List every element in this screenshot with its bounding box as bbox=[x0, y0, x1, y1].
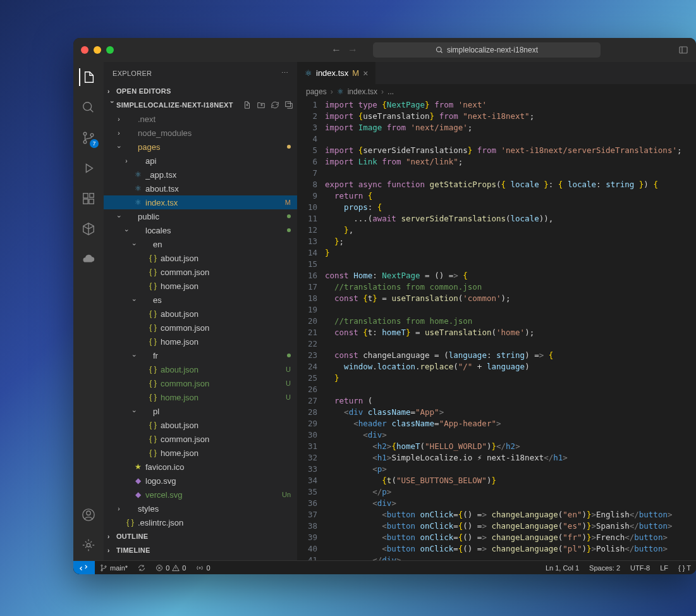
svg-point-11 bbox=[87, 511, 90, 515]
code-content[interactable]: import type {NextPage} from 'next'import… bbox=[325, 99, 696, 560]
file-item[interactable]: { }about.json bbox=[104, 307, 297, 321]
file-item[interactable]: ◆vercel.svgUn bbox=[104, 488, 297, 502]
sidebar-header: EXPLORER ⋯ bbox=[104, 62, 297, 84]
command-center-search[interactable]: simplelocalize-next-i18next bbox=[373, 42, 601, 58]
folder-item[interactable]: ›fr bbox=[104, 348, 297, 362]
scm-dot bbox=[287, 354, 291, 357]
collapse-button[interactable] bbox=[284, 101, 293, 109]
maximize-window-button[interactable] bbox=[106, 46, 114, 54]
folder-item[interactable]: ›styles bbox=[104, 502, 297, 515]
folder-item[interactable]: ›.next bbox=[104, 112, 297, 126]
breadcrumb-item[interactable]: index.tsx bbox=[348, 87, 377, 96]
open-editors-section[interactable]: › OPEN EDITORS bbox=[104, 84, 297, 98]
file-item[interactable]: ⚛_app.tsx bbox=[104, 168, 297, 182]
folder-item[interactable]: ›locales bbox=[104, 223, 297, 237]
file-item[interactable]: { }about.jsonU bbox=[104, 362, 297, 376]
file-item[interactable]: { }home.json bbox=[104, 335, 297, 348]
chevron-down-icon: › bbox=[116, 143, 123, 151]
new-file-button[interactable] bbox=[243, 101, 252, 109]
file-item[interactable]: ⚛about.tsx bbox=[104, 182, 297, 195]
folder-item[interactable]: ›public bbox=[104, 209, 297, 223]
outline-section[interactable]: › OUTLINE bbox=[104, 529, 297, 543]
remote-button[interactable] bbox=[73, 561, 95, 575]
item-label: vercel.svg bbox=[145, 490, 279, 500]
file-item[interactable]: { }about.json bbox=[104, 251, 297, 265]
layout-controls[interactable] bbox=[678, 45, 688, 55]
activity-scm[interactable]: 7 bbox=[80, 129, 97, 147]
file-item[interactable]: { }home.jsonU bbox=[104, 390, 297, 404]
file-item[interactable]: { }common.jsonU bbox=[104, 376, 297, 390]
port-button[interactable]: 0 bbox=[191, 564, 215, 572]
breadcrumb-item[interactable]: ... bbox=[388, 87, 394, 96]
chevron-down-icon: › bbox=[116, 213, 123, 220]
folder-item[interactable]: ›api bbox=[104, 154, 297, 168]
folder-item[interactable]: ›es bbox=[104, 293, 297, 307]
activity-cloud[interactable] bbox=[80, 250, 97, 268]
json-icon: { } bbox=[148, 448, 158, 457]
close-window-button[interactable] bbox=[81, 46, 89, 54]
vscode-window: ← → simplelocalize-next-i18next 7 bbox=[73, 38, 696, 574]
editor-tab[interactable]: ⚛ index.tsx M × bbox=[297, 62, 375, 84]
item-label: favicon.ico bbox=[145, 462, 291, 472]
branch-name: main* bbox=[110, 564, 128, 572]
remote-icon bbox=[80, 564, 89, 572]
file-item[interactable]: { }.eslintrc.json bbox=[104, 515, 297, 529]
encoding[interactable]: UTF-8 bbox=[625, 564, 655, 572]
sidebar-more-button[interactable]: ⋯ bbox=[281, 69, 288, 77]
panel-icon bbox=[678, 45, 688, 55]
activity-extensions[interactable] bbox=[80, 190, 97, 207]
sync-button[interactable] bbox=[133, 564, 150, 572]
scm-badge: Un bbox=[282, 491, 291, 498]
workspace-section[interactable]: › SIMPLELOCALIZE-NEXT-I18NEXT bbox=[104, 98, 297, 112]
folder-item[interactable]: ›pages bbox=[104, 140, 297, 154]
file-item[interactable]: { }about.json bbox=[104, 418, 297, 432]
folder-item[interactable]: ›node_modules bbox=[104, 126, 297, 140]
activity-search[interactable] bbox=[80, 99, 97, 116]
new-folder-button[interactable] bbox=[257, 101, 266, 109]
activity-settings[interactable] bbox=[80, 536, 97, 554]
language-mode[interactable]: { } T bbox=[673, 564, 696, 572]
react-icon: ⚛ bbox=[133, 170, 143, 179]
chevron-right-icon: › bbox=[107, 547, 116, 554]
file-item[interactable]: { }home.json bbox=[104, 446, 297, 460]
activity-debug[interactable] bbox=[80, 159, 97, 177]
code-editor[interactable]: 1234567891011121314151617181920212223242… bbox=[297, 99, 696, 560]
refresh-button[interactable] bbox=[271, 101, 279, 109]
traffic-lights bbox=[81, 46, 114, 54]
file-item[interactable]: ◆logo.svg bbox=[104, 474, 297, 488]
breadcrumb-item[interactable]: pages bbox=[306, 87, 327, 96]
folder-item[interactable]: ›pl bbox=[104, 404, 297, 418]
item-label: home.json bbox=[161, 337, 291, 347]
item-label: about.tsx bbox=[145, 184, 291, 194]
item-label: about.json bbox=[161, 254, 291, 263]
item-label: common.json bbox=[161, 268, 291, 277]
indentation[interactable]: Spaces: 2 bbox=[584, 564, 625, 572]
file-item[interactable]: { }home.json bbox=[104, 279, 297, 293]
timeline-section[interactable]: › TIMELINE bbox=[104, 543, 297, 557]
nav-back-button[interactable]: ← bbox=[331, 44, 341, 56]
cloud-icon bbox=[82, 252, 95, 266]
file-item[interactable]: ⚛index.tsxM bbox=[104, 195, 297, 209]
minimize-window-button[interactable] bbox=[94, 46, 101, 54]
tab-close-button[interactable]: × bbox=[363, 68, 368, 78]
eol[interactable]: LF bbox=[655, 564, 673, 572]
outline-label: OUTLINE bbox=[116, 533, 148, 540]
file-item[interactable]: { }common.json bbox=[104, 321, 297, 335]
item-label: styles bbox=[138, 504, 291, 514]
react-icon: ⚛ bbox=[133, 184, 143, 193]
file-item[interactable]: { }common.json bbox=[104, 265, 297, 279]
activity-account[interactable] bbox=[80, 506, 97, 524]
workspace-actions bbox=[243, 101, 293, 109]
activity-cube[interactable] bbox=[80, 220, 97, 238]
activity-explorer[interactable] bbox=[79, 68, 97, 86]
problems-button[interactable]: 0 0 bbox=[150, 564, 191, 572]
git-branch[interactable]: main* bbox=[95, 564, 133, 572]
folder-item[interactable]: ›en bbox=[104, 237, 297, 251]
json-icon: { } bbox=[148, 254, 158, 262]
file-item[interactable]: ★favicon.ico bbox=[104, 460, 297, 474]
file-item[interactable]: { }common.json bbox=[104, 432, 297, 446]
cursor-position[interactable]: Ln 1, Col 1 bbox=[540, 564, 584, 572]
breadcrumb[interactable]: pages › ⚛ index.tsx › ... bbox=[297, 84, 696, 99]
nav-forward-button[interactable]: → bbox=[348, 44, 358, 56]
item-label: home.json bbox=[161, 448, 291, 458]
